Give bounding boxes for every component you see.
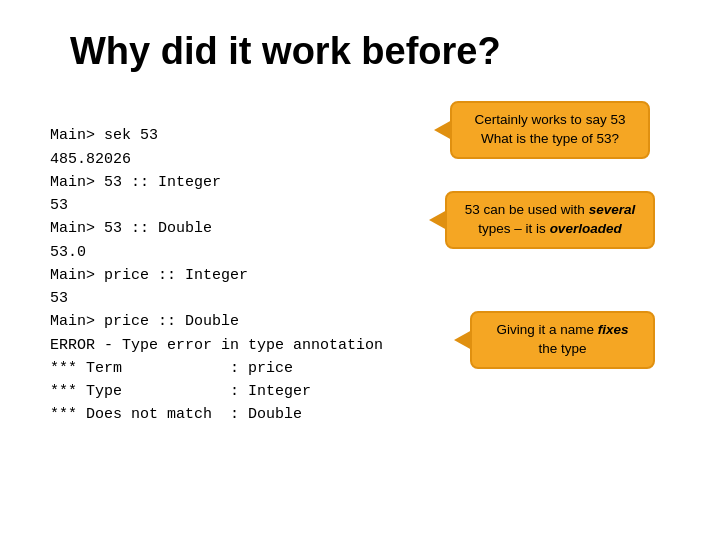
code-line-4: 53 [50,197,68,214]
code-line-8: 53 [50,290,68,307]
code-line-11: *** Term : price [50,360,293,377]
code-line-5: Main> 53 :: Double [50,220,212,237]
code-line-12: *** Type : Integer [50,383,311,400]
bubble-top-line1: Certainly works to say 53 [475,112,626,127]
code-line-7: Main> price :: Integer [50,267,248,284]
slide-title: Why did it work before? [70,30,670,73]
code-line-10: ERROR - Type error in type annotation [50,337,383,354]
bubble-top-line2: What is the type of 53? [481,131,619,146]
code-line-3: Main> 53 :: Integer [50,174,221,191]
bubble-middle-italic2: overloaded [550,221,622,236]
content-area: Main> sek 53 485.82026 Main> 53 :: Integ… [50,101,670,450]
code-line-2: 485.82026 [50,151,131,168]
code-line-1: Main> sek 53 [50,127,158,144]
bubble-middle-text: 53 can be used with severaltypes – it is… [465,202,635,236]
code-line-9: Main> price :: Double [50,313,239,330]
slide: Why did it work before? Main> sek 53 485… [0,0,720,540]
code-line-13: *** Does not match : Double [50,406,302,423]
callout-bubble-bottom: Giving it a name fixesthe type [470,311,655,369]
bubble-bottom-text: Giving it a name fixesthe type [496,322,628,356]
callout-bubble-top: Certainly works to say 53 What is the ty… [450,101,650,159]
bubble-middle-italic: several [589,202,636,217]
bubble-bottom-italic: fixes [598,322,629,337]
callout-bubble-middle: 53 can be used with severaltypes – it is… [445,191,655,249]
code-line-6: 53.0 [50,244,86,261]
